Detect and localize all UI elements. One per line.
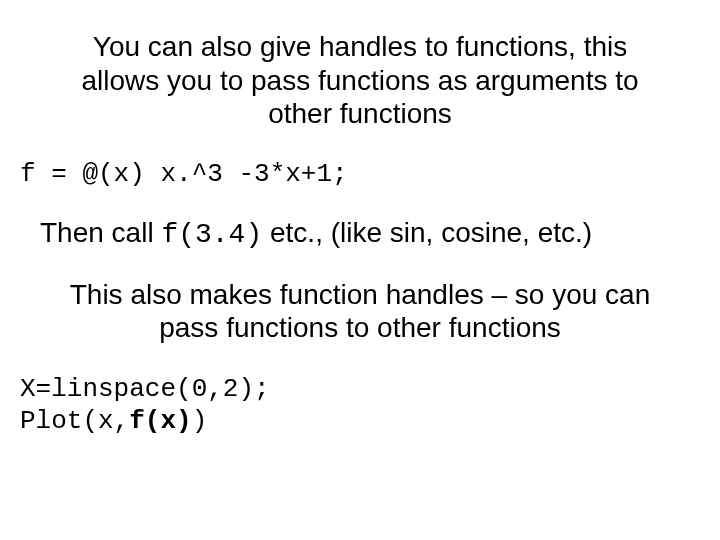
then-call-code: f(3.4): [161, 219, 262, 250]
code-plot-fx: f(x): [129, 406, 191, 436]
then-call-suffix: etc., (like sin, cosine, etc.): [262, 217, 592, 248]
code-linspace-line: X=linspace(0,2);: [20, 374, 270, 404]
code-function-handle-definition: f = @(x) x.^3 -3*x+1;: [20, 159, 700, 189]
intro-paragraph: You can also give handles to functions, …: [50, 30, 670, 131]
then-call-line: Then call f(3.4) etc., (like sin, cosine…: [40, 217, 700, 250]
code-plot-prefix: Plot(x,: [20, 406, 129, 436]
slide: You can also give handles to functions, …: [0, 0, 720, 540]
explain-paragraph: This also makes function handles – so yo…: [40, 278, 680, 345]
then-call-prefix: Then call: [40, 217, 161, 248]
code-plot-block: X=linspace(0,2); Plot(x,f(x)): [20, 373, 700, 438]
code-plot-suffix: ): [192, 406, 208, 436]
